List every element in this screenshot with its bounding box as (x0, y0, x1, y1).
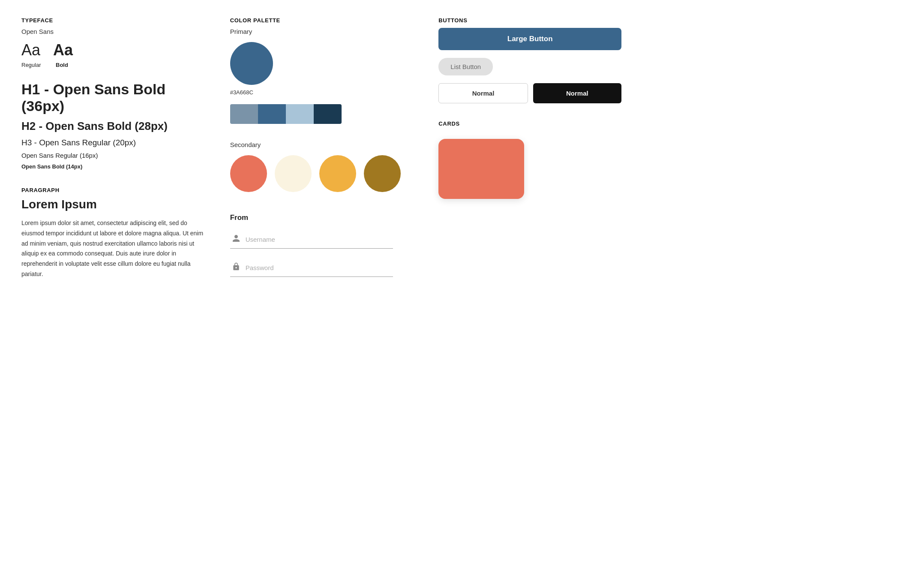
username-field[interactable]: Username (230, 231, 393, 249)
swatch-1 (230, 104, 258, 124)
person-icon (232, 234, 240, 245)
secondary-circle-4 (364, 155, 401, 192)
lock-icon (232, 262, 240, 273)
card-preview (438, 139, 524, 199)
username-placeholder: Username (246, 236, 275, 243)
color-swatches (230, 104, 342, 124)
form-section: From Username Password (230, 213, 413, 277)
typeface-name: Open Sans (21, 28, 204, 35)
normal-dark-button[interactable]: Normal (533, 83, 621, 103)
sample-labels: Regular Bold (21, 62, 204, 68)
cards-section: CARDS (438, 120, 621, 199)
password-placeholder: Password (246, 264, 274, 271)
middle-column: COLOR PALETTE Primary #3A668C Secondary … (230, 17, 413, 287)
normal-light-button[interactable]: Normal (438, 83, 528, 103)
label-bold: Bold (56, 62, 68, 68)
buttons-title: BUTTONS (438, 17, 621, 24)
left-column: TYPEFACE Open Sans Aa Aa Regular Bold H1… (21, 17, 204, 287)
sample-bold: Aa (53, 41, 73, 59)
label-regular: Regular (21, 62, 43, 68)
buttons-section: BUTTONS Large Button List Button Normal … (438, 17, 621, 103)
palette-title: COLOR PALETTE (230, 17, 413, 24)
swatch-4 (314, 104, 342, 124)
secondary-circle-1 (230, 155, 267, 192)
cards-title: CARDS (438, 120, 621, 127)
bold-body-sample: Open Sans Bold (14px) (21, 163, 204, 170)
password-field[interactable]: Password (230, 259, 393, 277)
large-button[interactable]: Large Button (438, 28, 621, 50)
right-column: BUTTONS Large Button List Button Normal … (438, 17, 621, 287)
page-layout: TYPEFACE Open Sans Aa Aa Regular Bold H1… (21, 17, 621, 287)
sample-regular: Aa (21, 41, 40, 59)
normal-button-row: Normal Normal (438, 83, 621, 103)
list-button[interactable]: List Button (438, 58, 493, 75)
primary-label: Primary (230, 28, 413, 35)
swatch-2 (258, 104, 286, 124)
body-sample: Open Sans Regular (16px) (21, 152, 204, 159)
secondary-circle-2 (275, 155, 312, 192)
form-title: From (230, 213, 413, 222)
primary-hex: #3A668C (230, 89, 413, 96)
paragraph-title: PARAGRAPH (21, 187, 204, 193)
secondary-circles (230, 155, 413, 192)
secondary-circle-3 (319, 155, 356, 192)
swatch-3 (286, 104, 314, 124)
paragraph-section: PARAGRAPH Lorem Ipsum Lorem ipsum dolor … (21, 187, 204, 279)
h2-sample: H2 - Open Sans Bold (28px) (21, 120, 204, 133)
lorem-heading: Lorem Ipsum (21, 198, 204, 211)
typeface-samples: Aa Aa (21, 41, 204, 59)
primary-color-circle (230, 42, 273, 85)
lorem-text: Lorem ipsum dolor sit amet, consectetur … (21, 218, 204, 279)
typeface-title: TYPEFACE (21, 17, 204, 24)
secondary-label: Secondary (230, 141, 413, 148)
h1-sample: H1 - Open Sans Bold (36px) (21, 81, 204, 114)
h3-sample: H3 - Open Sans Regular (20px) (21, 138, 204, 147)
